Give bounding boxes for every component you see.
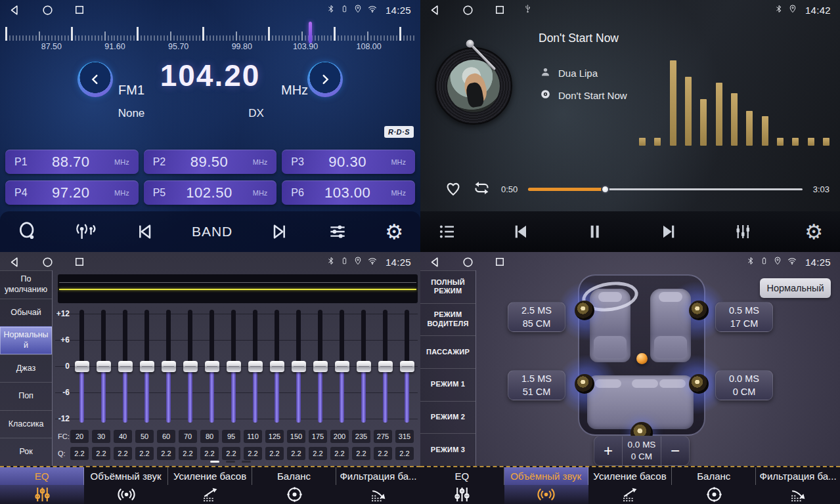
eq-band-slider-7[interactable] xyxy=(201,308,223,427)
tune-down-button[interactable] xyxy=(77,62,113,97)
nav-recents-icon[interactable] xyxy=(74,4,85,16)
eq-band-slider-6[interactable] xyxy=(179,308,201,427)
front-left-speaker[interactable] xyxy=(575,301,594,320)
nav-recents-icon[interactable] xyxy=(74,256,85,268)
preset-button-p3[interactable]: P390.30MHz xyxy=(282,150,415,174)
mode-2[interactable]: РЕЖИМ ВОДИТЕЛЯ xyxy=(420,303,475,336)
tab-bass-boost[interactable]: Усиление басов xyxy=(168,467,252,504)
pause-button[interactable] xyxy=(584,221,605,242)
album-art[interactable] xyxy=(435,47,512,125)
tab-balance[interactable]: Баланс xyxy=(252,467,336,504)
eq-band-slider-15[interactable] xyxy=(374,308,396,427)
eq-band-slider-10[interactable] xyxy=(266,308,288,427)
seek-thumb[interactable] xyxy=(601,185,609,194)
eq-band-slider-11[interactable] xyxy=(288,308,309,427)
front-left-delay-button[interactable]: 2.5 MS 85 CM xyxy=(508,302,565,332)
preset-button-p1[interactable]: P188.70MHz xyxy=(5,150,139,174)
settings-button[interactable]: ⚙ xyxy=(805,222,823,242)
tab-surround-sound[interactable]: Объёмный звук xyxy=(84,467,168,504)
eq-band-slider-2[interactable] xyxy=(93,308,114,427)
slider-handle[interactable] xyxy=(162,361,176,372)
equalizer-button[interactable] xyxy=(732,222,752,242)
preset-button-p6[interactable]: P6103.00MHz xyxy=(282,180,415,205)
eq-band-slider-9[interactable] xyxy=(244,308,266,427)
mode-3[interactable]: ПАССАЖИР xyxy=(420,335,475,368)
preset-button-p5[interactable]: P5102.50MHz xyxy=(144,180,277,205)
listening-position-marker[interactable] xyxy=(636,353,648,364)
slider-handle[interactable] xyxy=(227,361,241,372)
equalizer-button[interactable] xyxy=(327,221,348,242)
eq-band-slider-13[interactable] xyxy=(331,308,353,427)
nav-home-icon[interactable] xyxy=(462,256,474,268)
increase-delay-button[interactable]: + xyxy=(594,436,622,465)
eq-band-slider-1[interactable] xyxy=(71,308,93,427)
tab-balance[interactable]: Баланс xyxy=(672,467,756,504)
slider-handle[interactable] xyxy=(357,361,371,372)
tab-eq[interactable]: EQ xyxy=(0,467,84,504)
nav-home-icon[interactable] xyxy=(41,256,54,268)
tab-filter[interactable]: Фильтрация ба... xyxy=(756,467,840,504)
sound-preset-button[interactable]: Нормальный xyxy=(760,278,831,298)
tune-up-button[interactable] xyxy=(307,62,343,97)
slider-handle[interactable] xyxy=(400,361,414,372)
rear-right-delay-button[interactable]: 0.0 MS 0 CM xyxy=(715,370,773,400)
rear-left-speaker[interactable] xyxy=(575,374,594,394)
previous-track-button[interactable] xyxy=(510,221,531,242)
tab-filter[interactable]: Фильтрация ба... xyxy=(336,467,420,504)
eq-preset-3[interactable]: Нормальный xyxy=(0,326,52,354)
playlist-button[interactable] xyxy=(437,222,457,242)
band-button[interactable]: BAND xyxy=(192,224,232,240)
next-track-button[interactable] xyxy=(658,221,679,242)
slider-handle[interactable] xyxy=(270,361,284,372)
repeat-button[interactable] xyxy=(473,179,491,199)
slider-handle[interactable] xyxy=(248,361,263,372)
scan-button[interactable] xyxy=(17,221,38,242)
front-right-speaker[interactable] xyxy=(689,301,709,320)
nav-back-icon[interactable] xyxy=(430,256,442,268)
nav-back-icon[interactable] xyxy=(9,256,22,268)
slider-handle[interactable] xyxy=(118,361,133,372)
slider-handle[interactable] xyxy=(97,361,111,372)
eq-band-slider-3[interactable] xyxy=(114,308,136,427)
rear-right-speaker[interactable] xyxy=(689,374,709,394)
mode-1[interactable]: ПОЛНЫЙ РЕЖИМ xyxy=(420,270,475,303)
slider-handle[interactable] xyxy=(140,361,154,372)
nav-home-icon[interactable] xyxy=(462,4,474,16)
tab-eq[interactable]: EQ xyxy=(420,467,504,504)
nav-back-icon[interactable] xyxy=(9,4,22,16)
eq-preset-7[interactable]: Рок xyxy=(0,438,52,466)
slider-handle[interactable] xyxy=(75,361,89,372)
slider-handle[interactable] xyxy=(335,361,349,372)
eq-preset-2[interactable]: Обычай xyxy=(0,299,52,327)
nav-home-icon[interactable] xyxy=(41,4,54,16)
eq-band-slider-5[interactable] xyxy=(158,308,179,427)
rear-left-delay-button[interactable]: 1.5 MS 51 CM xyxy=(508,370,565,400)
slider-handle[interactable] xyxy=(183,361,198,372)
tab-surround-sound[interactable]: Объёмный звук xyxy=(504,467,588,504)
slider-handle[interactable] xyxy=(378,361,393,372)
eq-band-slider-14[interactable] xyxy=(353,308,374,427)
settings-button[interactable]: ⚙ xyxy=(385,222,403,242)
mode-6[interactable]: РЕЖИМ 3 xyxy=(420,433,475,466)
eq-preset-5[interactable]: Поп xyxy=(0,382,52,410)
frequency-ruler[interactable] xyxy=(5,24,415,41)
seek-bar[interactable] xyxy=(528,184,802,194)
seek-previous-button[interactable] xyxy=(134,221,155,242)
tab-bass-boost[interactable]: Усиление басов xyxy=(588,467,673,504)
nav-recents-icon[interactable] xyxy=(494,4,506,16)
nav-back-icon[interactable] xyxy=(430,4,442,16)
eq-preset-6[interactable]: Классика xyxy=(0,410,52,438)
eq-band-slider-4[interactable] xyxy=(136,308,158,427)
eq-band-slider-12[interactable] xyxy=(309,308,331,427)
preset-button-p2[interactable]: P289.50MHz xyxy=(144,150,277,174)
nav-recents-icon[interactable] xyxy=(494,256,506,268)
preset-button-p4[interactable]: P497.20MHz xyxy=(5,180,139,205)
broadcast-button[interactable] xyxy=(75,220,97,243)
eq-band-slider-16[interactable] xyxy=(396,308,418,427)
decrease-delay-button[interactable]: − xyxy=(661,436,689,465)
eq-preset-1[interactable]: По умолчанию xyxy=(0,270,52,299)
mode-5[interactable]: РЕЖИМ 2 xyxy=(420,401,475,434)
slider-handle[interactable] xyxy=(205,361,219,372)
favorite-button[interactable] xyxy=(444,179,462,200)
front-right-delay-button[interactable]: 0.5 MS 17 CM xyxy=(715,302,773,332)
